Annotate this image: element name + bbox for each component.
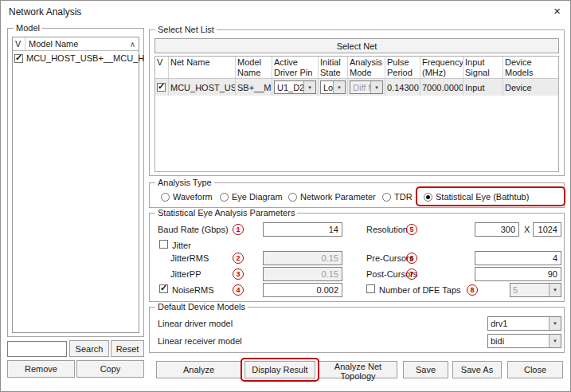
model-list-header[interactable]: V Model Name ∧ (13, 37, 139, 51)
col-header-model-name[interactable]: Model Name (236, 57, 272, 78)
post-cursors-input[interactable] (475, 267, 561, 281)
display-result-button[interactable]: Display Result (244, 361, 315, 378)
annotation-circle-1: 1 (233, 224, 244, 235)
analyze-button[interactable]: Analyze (156, 361, 241, 378)
resolution-label: Resolution (366, 225, 408, 234)
jitter-pp-label: JitterPP (170, 269, 201, 279)
baud-rate-label: Baud Rate (Gbps) (158, 225, 229, 234)
chevron-down-icon[interactable]: ▼ (303, 81, 315, 93)
linear-driver-model-value: drv1 (488, 319, 549, 328)
linear-driver-model-select[interactable]: drv1 ▼ (487, 316, 561, 331)
resolution-y-input[interactable] (533, 222, 561, 237)
col-header-initial-state[interactable]: Initial State (319, 57, 348, 78)
net-checkbox[interactable] (157, 83, 166, 92)
save-as-button[interactable]: Save As (452, 361, 502, 378)
jitter-checkbox[interactable] (159, 240, 168, 249)
stat-params-label: Statistical Eye Analysis Parameters (155, 208, 297, 218)
input-signal-cell[interactable]: Input (463, 79, 503, 96)
net-table: V Net Name Model Name Active Driver Pin … (154, 56, 559, 172)
pre-cursors-input[interactable] (475, 251, 561, 265)
col-header-check[interactable]: V (155, 57, 169, 78)
reset-button[interactable]: Reset (111, 340, 144, 357)
model-list-item[interactable]: MCU_HOST_USB+__MCU_H (13, 51, 139, 65)
radio-eye-diagram-label: Eye Diagram (232, 192, 283, 202)
initial-state-select[interactable]: Low ▼ (320, 80, 346, 94)
col-header-pulse-period[interactable]: Pulse Period (385, 57, 420, 78)
radio-icon[interactable] (161, 193, 170, 202)
annotation-circle-4: 4 (233, 284, 244, 296)
model-checkbox[interactable] (14, 54, 23, 63)
remove-button[interactable]: Remove (7, 360, 75, 378)
model-list: V Model Name ∧ MCU_HOST_USB+__MCU_H (12, 37, 139, 333)
device-models-cell[interactable]: Device (503, 79, 558, 96)
dfe-taps-label: Number of DFE Taps (379, 285, 461, 295)
radio-statistical-eye-label: Statistical Eye (Bathtub) (436, 192, 529, 202)
select-net-list-panel: Select Net List Select Net V Net Name Mo… (149, 29, 565, 176)
radio-icon[interactable] (382, 193, 391, 202)
analysis-type-label: Analysis Type (155, 178, 214, 187)
noise-rms-label: NoiseRMS (172, 285, 214, 295)
select-net-button[interactable]: Select Net (154, 38, 559, 53)
model-name-column-header[interactable]: Model Name (25, 39, 130, 49)
chevron-down-icon[interactable]: ▼ (549, 317, 561, 330)
col-header-net-name[interactable]: Net Name (169, 57, 236, 78)
resolution-x-input[interactable] (475, 222, 519, 237)
chevron-down-icon[interactable]: ▼ (549, 335, 561, 347)
close-button[interactable]: Close (507, 361, 563, 378)
chevron-down-icon: ▼ (549, 284, 561, 296)
analyze-net-topology-button[interactable]: Analyze Net Topology (319, 361, 397, 378)
noise-rms-input[interactable] (263, 283, 342, 297)
linear-receiver-model-label: Linear receiver model (158, 336, 242, 346)
radio-icon[interactable] (220, 193, 229, 202)
select-net-list-label: Select Net List (155, 25, 217, 34)
network-analysis-dialog: Network Analysis × Model V Model Name ∧ … (0, 0, 571, 392)
close-icon[interactable]: × (553, 5, 561, 18)
col-header-analysis-mode[interactable]: Analysis Mode (348, 57, 385, 78)
radio-tdr-label: TDR (394, 192, 413, 202)
search-button[interactable]: Search (69, 340, 109, 357)
net-table-row[interactable]: MCU_HOST_USB SB+__MC U1_D2 ▼ Low ▼ (155, 79, 558, 96)
dfe-taps-checkbox[interactable] (366, 284, 375, 293)
radio-statistical-eye[interactable]: Statistical Eye (Bathtub) (424, 192, 529, 202)
copy-button[interactable]: Copy (76, 360, 144, 378)
radio-waveform-label: Waveform (173, 192, 213, 202)
analysis-type-panel: Analysis Type Waveform Eye Diagram Netwo… (149, 182, 565, 208)
radio-network-parameter[interactable]: Network Parameter (288, 192, 376, 202)
radio-eye-diagram[interactable]: Eye Diagram (220, 192, 283, 202)
sort-ascending-icon[interactable]: ∧ (130, 40, 139, 49)
jitter-rms-input (263, 251, 342, 265)
initial-state-value: Low (321, 83, 333, 92)
col-header-frequency[interactable]: Frequency (MHz) (420, 57, 463, 78)
frequency-cell[interactable]: 7000.0000 (420, 79, 463, 96)
noise-rms-checkbox[interactable] (159, 284, 168, 293)
net-name-cell: MCU_HOST_USB (169, 79, 236, 96)
linear-receiver-model-select[interactable]: bidi ▼ (487, 334, 561, 348)
model-search-input[interactable] (7, 341, 67, 357)
radio-network-parameter-label: Network Parameter (300, 192, 376, 202)
chevron-down-icon: ▼ (370, 81, 382, 93)
radio-icon[interactable] (288, 193, 297, 202)
jitter-rms-label: JitterRMS (170, 253, 209, 263)
chevron-down-icon[interactable]: ▼ (333, 81, 345, 93)
statistical-eye-parameters-panel: Statistical Eye Analysis Parameters Baud… (149, 213, 565, 302)
linear-driver-model-label: Linear driver model (158, 319, 233, 328)
annotation-circle-7: 7 (406, 269, 417, 280)
radio-tdr[interactable]: TDR (382, 192, 413, 202)
annotation-circle-5: 5 (406, 224, 417, 235)
radio-selected-icon[interactable] (424, 193, 432, 202)
jitter-label: Jitter (172, 241, 191, 250)
col-header-input-signal[interactable]: Input Signal (463, 57, 503, 78)
jitter-pp-input (263, 267, 342, 281)
model-check-column-header[interactable]: V (13, 37, 25, 50)
device-models-label: Default Device Models (155, 302, 248, 312)
save-button[interactable]: Save (403, 361, 448, 378)
col-header-device-models[interactable]: Device Models (503, 57, 558, 78)
active-driver-pin-select[interactable]: U1_D2 ▼ (274, 80, 316, 94)
annotation-circle-8: 8 (467, 284, 478, 296)
col-header-active-driver-pin[interactable]: Active Driver Pin (272, 57, 319, 78)
pulse-period-cell[interactable]: 0.14300 (385, 79, 420, 96)
baud-rate-input[interactable] (263, 222, 342, 237)
annotation-circle-6: 6 (406, 253, 417, 264)
model-group-label: Model (14, 23, 42, 33)
radio-waveform[interactable]: Waveform (161, 192, 213, 202)
